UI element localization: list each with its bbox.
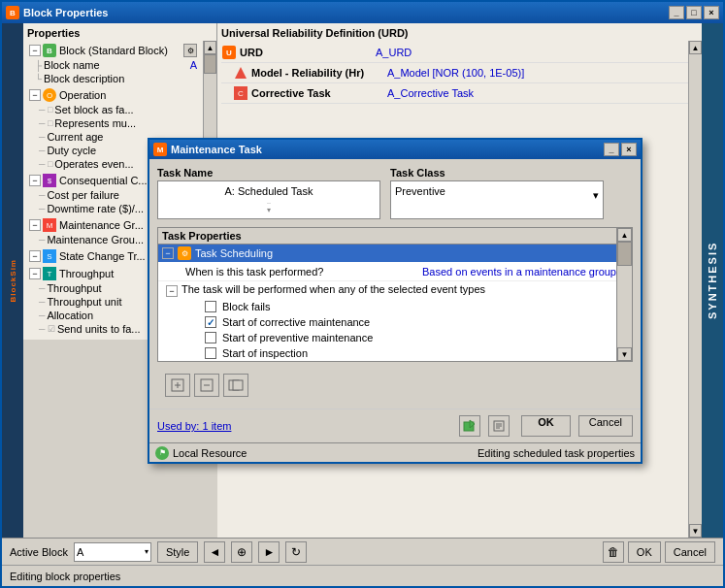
- model-value: A_Model [NOR (100, 1E-05)]: [387, 67, 689, 79]
- throughput-section-label: Throughput: [59, 268, 114, 279]
- state-label: State Change Tr...: [59, 250, 146, 262]
- active-block-dropdown[interactable]: ▾: [143, 547, 150, 556]
- task-name-input[interactable]: A: Scheduled Task ▾: [157, 180, 380, 219]
- op-duty-cycle: Duty cycle: [47, 145, 96, 156]
- toolbar-right-btns: 🗑 OK Cancel: [603, 541, 715, 563]
- active-block-input[interactable]: [75, 543, 143, 561]
- op-current-age: Current age: [47, 131, 103, 143]
- operation-expand[interactable]: −: [29, 89, 41, 101]
- ok-button[interactable]: OK: [628, 541, 661, 563]
- task-scheduling-row[interactable]: − ⚙ Task Scheduling: [158, 245, 632, 262]
- preventive-maint-checkbox[interactable]: [205, 332, 216, 343]
- maint-group-label: Maintenance Grou...: [47, 234, 144, 245]
- urd-scroll-up[interactable]: ▲: [689, 41, 702, 54]
- dialog-bottom: Used by: 1 item OK Cancel: [149, 408, 641, 442]
- title-bar: B Block Properties _ □ ×: [2, 2, 723, 23]
- urd-scroll-down[interactable]: ▼: [689, 524, 702, 538]
- corrective-maint-checkbox[interactable]: ✓: [205, 316, 216, 328]
- props-scroll-thumb[interactable]: [617, 242, 632, 266]
- dialog-cancel-button[interactable]: Cancel: [578, 415, 633, 437]
- event-types-row: − The task will be performed when any of…: [158, 281, 632, 299]
- task-class-select[interactable]: Preventive ▾: [390, 180, 604, 219]
- task-props-header: Task Properties: [158, 228, 632, 245]
- when-performed-value[interactable]: Based on events in a maintenance group ▾: [422, 266, 624, 278]
- blocksim-label: BlockSim: [9, 259, 17, 302]
- model-triangle-icon: [234, 66, 247, 80]
- dialog-title: Maintenance Task: [171, 144, 262, 155]
- state-expand[interactable]: −: [29, 250, 41, 262]
- op-item-2: ─ □ Represents mu...: [27, 116, 199, 130]
- nav-refresh-button[interactable]: ↻: [285, 541, 307, 563]
- block-section-label: Block (Standard Block): [59, 45, 168, 56]
- dialog-action-buttons: OK Cancel: [455, 415, 633, 437]
- urd-type-icon: U: [222, 46, 236, 59]
- delete-button[interactable]: 🗑: [603, 541, 624, 563]
- send-units-label: Send units to fa...: [57, 323, 141, 335]
- dialog-icon-row: [157, 370, 633, 401]
- active-block-input-container[interactable]: ▾: [74, 542, 151, 562]
- props-scrollbar[interactable]: ▲ ▼: [616, 228, 632, 361]
- main-window: B Block Properties _ □ × BlockSim Proper…: [0, 0, 725, 588]
- svg-rect-7: [233, 380, 243, 390]
- block-fails-checkbox[interactable]: [205, 301, 216, 312]
- window-title: Block Properties: [23, 7, 108, 18]
- throughput-expand[interactable]: −: [29, 268, 41, 279]
- dialog-minimize[interactable]: _: [604, 143, 619, 156]
- scroll-up-button[interactable]: ▲: [204, 41, 216, 54]
- scroll-thumb[interactable]: [204, 54, 216, 74]
- dialog-icon: M: [153, 143, 167, 156]
- operation-section[interactable]: − O Operation: [27, 87, 199, 103]
- consequential-icon: $: [43, 174, 56, 187]
- task-name-dropdown-arrow[interactable]: ▾: [267, 203, 271, 214]
- block-name-row: ├ Block name A: [27, 58, 199, 72]
- inspection-checkbox[interactable]: [205, 347, 216, 359]
- event-types-expand[interactable]: −: [166, 285, 178, 297]
- close-button[interactable]: ×: [704, 6, 719, 19]
- task-scheduling-expand[interactable]: −: [162, 247, 174, 259]
- icon-btn-3[interactable]: [223, 374, 248, 397]
- block-menu-icon[interactable]: ⚙: [183, 44, 197, 57]
- task-class-group: Task Class Preventive ▾: [390, 167, 604, 219]
- maintenance-dialog: M Maintenance Task _ × Task Name A: Sche…: [148, 138, 643, 464]
- operation-icon: O: [43, 88, 56, 102]
- cancel-button[interactable]: Cancel: [665, 541, 715, 563]
- minimize-button[interactable]: _: [669, 6, 684, 19]
- op-represents: Represents mu...: [54, 117, 136, 129]
- task-name-value: A: Scheduled Task: [225, 185, 313, 197]
- block-expand[interactable]: −: [29, 45, 41, 56]
- task-scheduling-label: Task Scheduling: [195, 247, 273, 259]
- block-icon: B: [43, 44, 56, 57]
- maintenance-label: Maintenance Gr...: [59, 219, 144, 231]
- consequential-expand[interactable]: −: [29, 175, 41, 186]
- nav-center-button[interactable]: ⊕: [231, 541, 252, 563]
- maintenance-expand[interactable]: −: [29, 219, 41, 231]
- task-name-group: Task Name A: Scheduled Task ▾: [157, 167, 380, 219]
- dialog-title-bar: M Maintenance Task _ ×: [149, 140, 641, 159]
- corrective-type-icon: C: [234, 86, 247, 100]
- allocation-label: Allocation: [47, 310, 93, 321]
- inspection-label: Start of inspection: [222, 347, 308, 359]
- icon-btn-1[interactable]: [165, 374, 190, 397]
- style-button[interactable]: Style: [157, 541, 198, 563]
- dialog-close[interactable]: ×: [621, 143, 637, 156]
- icon-btn-2[interactable]: [194, 374, 219, 397]
- task-class-arrow: ▾: [593, 189, 599, 202]
- props-scroll-up[interactable]: ▲: [617, 228, 632, 242]
- urd-scrollbar[interactable]: ▲ ▼: [688, 41, 702, 538]
- dialog-icon-sm-1[interactable]: [459, 415, 480, 437]
- nav-left-button[interactable]: ◄: [204, 541, 225, 563]
- svg-marker-0: [235, 67, 247, 79]
- dialog-icon-sm-2[interactable]: [488, 415, 510, 437]
- throughput-unit-label: Throughput unit: [47, 296, 121, 308]
- synthesis-sidebar: SYNTHESIS: [702, 23, 723, 538]
- bottom-toolbar: Active Block ▾ Style ◄ ⊕ ► ↻ 🗑 OK Cancel: [2, 538, 723, 565]
- block-section-header[interactable]: − B Block (Standard Block) ⚙: [27, 43, 199, 58]
- props-scroll-down[interactable]: ▼: [617, 347, 632, 361]
- nav-right-button[interactable]: ►: [258, 541, 280, 563]
- maximize-button[interactable]: □: [686, 6, 702, 19]
- block-name-value: A: [190, 59, 197, 71]
- urd-row-urd: U URD A_URD ···: [221, 43, 698, 63]
- urd-row-model: Model - Reliability (Hr) A_Model [NOR (1…: [221, 63, 698, 83]
- dialog-ok-button[interactable]: OK: [521, 415, 571, 437]
- used-by-link[interactable]: Used by: 1 item: [157, 420, 231, 432]
